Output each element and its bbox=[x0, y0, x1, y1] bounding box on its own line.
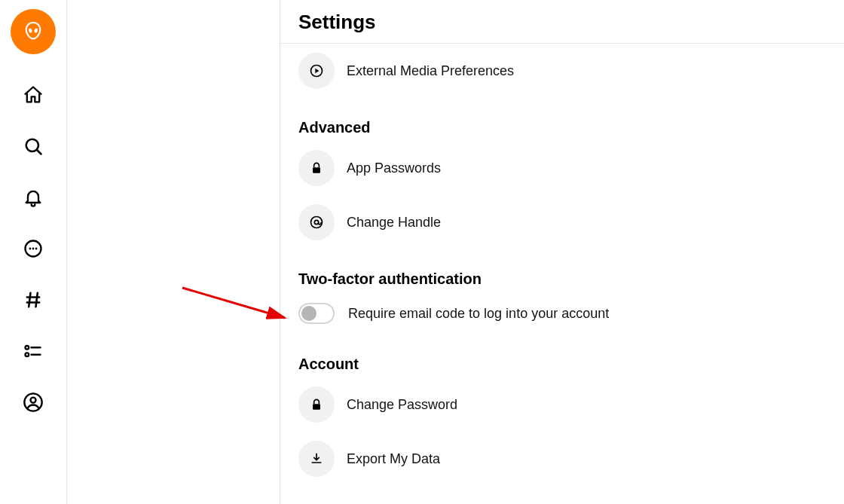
svg-rect-18 bbox=[313, 404, 320, 410]
alien-icon bbox=[21, 20, 45, 44]
settings-content: External Media Preferences Advanced App … bbox=[280, 44, 844, 504]
nav-search[interactable] bbox=[23, 136, 44, 157]
app-root: Settings External Media Preferences Adva… bbox=[0, 0, 844, 504]
nav-notifications[interactable] bbox=[23, 187, 44, 208]
row-app-passwords[interactable]: App Passwords bbox=[298, 141, 826, 195]
section-twofactor-title: Two-factor authentication bbox=[298, 270, 826, 288]
svg-point-1 bbox=[34, 28, 38, 33]
list-icon bbox=[23, 341, 44, 362]
settings-panel: Settings External Media Preferences Adva… bbox=[280, 0, 844, 504]
at-icon-box bbox=[298, 204, 335, 240]
svg-point-5 bbox=[29, 248, 32, 250]
lock-icon bbox=[309, 397, 324, 412]
nav-feeds[interactable] bbox=[23, 289, 44, 310]
page-title: Settings bbox=[298, 11, 826, 34]
svg-rect-15 bbox=[313, 167, 320, 173]
svg-point-0 bbox=[28, 28, 32, 33]
row-app-passwords-label: App Passwords bbox=[347, 160, 441, 176]
nav-profile[interactable] bbox=[23, 392, 44, 413]
download-icon-box bbox=[298, 441, 335, 477]
play-icon-box bbox=[298, 53, 335, 89]
nav-home[interactable] bbox=[23, 84, 44, 105]
section-account-title: Account bbox=[298, 356, 826, 373]
at-icon bbox=[309, 215, 324, 230]
nav-chat[interactable] bbox=[23, 238, 44, 259]
row-change-password[interactable]: Change Password bbox=[298, 377, 826, 432]
row-change-handle[interactable]: Change Handle bbox=[298, 195, 826, 249]
svg-point-16 bbox=[311, 217, 323, 228]
home-icon bbox=[23, 84, 44, 105]
avatar[interactable] bbox=[11, 9, 56, 54]
svg-point-8 bbox=[26, 346, 29, 350]
row-email-code-toggle: Require email code to log into your acco… bbox=[298, 292, 826, 334]
hash-icon bbox=[23, 289, 44, 310]
email-code-toggle-label: Require email code to log into your acco… bbox=[348, 306, 609, 322]
row-external-media[interactable]: External Media Preferences bbox=[298, 44, 826, 98]
row-external-media-label: External Media Preferences bbox=[347, 63, 514, 79]
bell-icon bbox=[23, 187, 44, 208]
spacer-column bbox=[67, 0, 280, 504]
row-export-data-label: Export My Data bbox=[347, 451, 440, 467]
nav-rail bbox=[0, 0, 67, 504]
svg-point-6 bbox=[32, 248, 35, 250]
nav-lists[interactable] bbox=[23, 341, 44, 362]
search-icon bbox=[23, 136, 44, 157]
lock-icon bbox=[309, 160, 324, 176]
svg-point-13 bbox=[31, 398, 36, 403]
row-change-password-label: Change Password bbox=[347, 397, 457, 413]
section-advanced-title: Advanced bbox=[298, 119, 826, 136]
profile-icon bbox=[23, 392, 44, 413]
lock-icon-box-2 bbox=[298, 386, 335, 423]
settings-header: Settings bbox=[280, 0, 844, 44]
download-icon bbox=[309, 451, 324, 466]
play-circle-icon bbox=[309, 63, 324, 78]
row-export-data[interactable]: Export My Data bbox=[298, 432, 826, 486]
svg-point-10 bbox=[26, 353, 29, 356]
lock-icon-box bbox=[298, 150, 335, 186]
row-change-handle-label: Change Handle bbox=[347, 215, 441, 231]
chat-icon bbox=[23, 238, 44, 259]
email-code-toggle[interactable] bbox=[298, 303, 335, 324]
svg-point-7 bbox=[35, 248, 38, 250]
toggle-knob bbox=[301, 306, 316, 321]
svg-line-3 bbox=[37, 150, 41, 154]
